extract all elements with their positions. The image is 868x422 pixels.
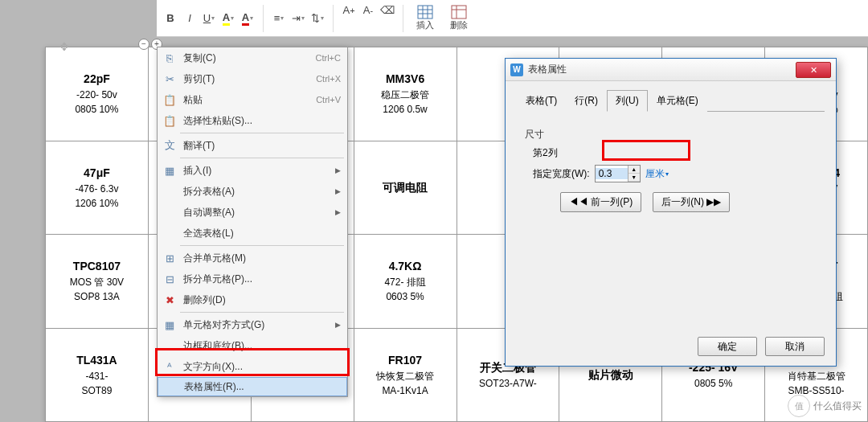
ctx-cut[interactable]: ✂剪切(T)Ctrl+X — [158, 68, 347, 89]
zoom-out-button[interactable]: − — [138, 39, 149, 50]
spacing-button[interactable]: ⇅▾ — [309, 10, 326, 27]
table-cell[interactable]: FR107快恢复二极管MA-1Kv1A — [354, 328, 457, 422]
merge-icon: ⊞ — [162, 251, 177, 265]
app-icon: W — [510, 64, 523, 76]
dialog-tabs: 表格(T) 行(R) 列(U) 单元格(E) — [517, 89, 825, 112]
grid-icon: ▦ — [162, 163, 177, 178]
ribbon: B I U▾ A▾ A▾ ≡▾ ⇥▾ ⇅▾ A+ A- ⌫ 插入 删除 — [157, 0, 868, 37]
table-cell[interactable]: TL431A-431-SOT89 — [46, 328, 149, 422]
align-icon: ▦ — [162, 318, 177, 332]
ctx-copy[interactable]: ⎘复制(C)Ctrl+C — [158, 47, 347, 68]
watermark-icon: 值 — [788, 395, 810, 417]
ctx-align[interactable]: ▦单元格对齐方式(G)▶ — [158, 314, 347, 335]
table-cell[interactable]: TPC8107MOS 管 30VSOP8 13A — [46, 235, 149, 329]
paste-icon: 📋 — [162, 92, 177, 107]
dialog-title: 表格属性 — [528, 63, 796, 76]
size-label: 尺寸 — [525, 128, 817, 141]
ctx-delete-col[interactable]: ✖删除列(D) — [158, 289, 347, 310]
table-cell[interactable]: 4.7KΩ472- 排阻0603 5% — [354, 235, 457, 329]
clear-format-button[interactable]: ⌫ — [379, 2, 396, 19]
spin-up[interactable]: ▲ — [628, 166, 640, 174]
width-spinner[interactable]: ▲▼ — [595, 165, 641, 182]
delete-col-icon: ✖ — [162, 293, 177, 307]
ctx-table-props[interactable]: 表格属性(R)... — [158, 377, 347, 396]
paste-special-icon: 📋 — [162, 113, 177, 128]
cancel-button[interactable]: 取消 — [765, 337, 825, 356]
ctx-merge[interactable]: ⊞合并单元格(M) — [158, 248, 347, 268]
spin-down[interactable]: ▼ — [628, 174, 640, 182]
table-anchor-icon[interactable]: ✥ — [59, 40, 69, 53]
split-icon: ⊟ — [162, 272, 177, 286]
watermark: 值 什么值得买 — [788, 395, 862, 417]
close-button[interactable]: ✕ — [796, 62, 831, 78]
font-color-button[interactable]: A▾ — [239, 10, 256, 27]
ctx-special-paste[interactable]: 📋选择性粘贴(S)... — [158, 110, 347, 131]
ctx-text-dir[interactable]: ᴬ文字方向(X)... — [158, 356, 347, 377]
tab-column[interactable]: 列(U) — [607, 90, 648, 112]
ctx-border[interactable]: 边框和底纹(B)... — [158, 335, 347, 356]
tab-table[interactable]: 表格(T) — [517, 90, 566, 112]
textdir-icon: ᴬ — [162, 359, 177, 374]
unit-select[interactable]: 厘米▾ — [645, 167, 669, 181]
ctx-split-cell[interactable]: ⊟拆分单元格(P)... — [158, 268, 347, 289]
prev-col-button[interactable]: ◀◀ 前一列(P) — [560, 192, 641, 212]
font-grow-button[interactable]: A+ — [340, 2, 358, 19]
table-delete-button[interactable]: 删除 — [444, 5, 474, 31]
ctx-translate[interactable]: 文翻译(T) — [158, 135, 347, 156]
ctx-paste[interactable]: 📋粘贴Ctrl+V — [158, 89, 347, 110]
svg-rect-0 — [418, 6, 432, 18]
table-props-dialog: W 表格属性 ✕ 表格(T) 行(R) 列(U) 单元格(E) 尺寸 第2列 指… — [505, 58, 837, 367]
table-cell[interactable]: 22pF-220- 50v0805 10% — [46, 47, 149, 141]
dialog-titlebar[interactable]: W 表格属性 ✕ — [506, 59, 836, 81]
table-cell[interactable]: 47μF-476- 6.3v1206 10% — [46, 141, 149, 235]
align-button[interactable]: ≡▾ — [270, 10, 288, 27]
next-col-button[interactable]: 后一列(N) ▶▶ — [653, 192, 730, 212]
highlight-button[interactable]: A▾ — [219, 10, 237, 27]
svg-rect-5 — [452, 6, 466, 18]
translate-icon: 文 — [162, 138, 177, 153]
ctx-autofit[interactable]: 自动调整(A)▶ — [158, 202, 347, 223]
cut-icon: ✂ — [162, 72, 177, 86]
column-number-label: 第2列 — [533, 146, 558, 160]
width-label: 指定宽度(W): — [533, 167, 590, 181]
width-input[interactable] — [596, 168, 628, 179]
ctx-select-all[interactable]: 全选表格(L) — [158, 223, 347, 244]
table-cell[interactable]: MM3V6稳压二极管1206 0.5w — [354, 47, 457, 141]
italic-button[interactable]: I — [181, 10, 199, 27]
ctx-split-table[interactable]: 拆分表格(A)▶ — [158, 181, 347, 202]
tab-cell[interactable]: 单元格(E) — [648, 90, 707, 112]
tab-row[interactable]: 行(R) — [566, 90, 607, 112]
table-insert-button[interactable]: 插入 — [410, 5, 440, 31]
bold-button[interactable]: B — [162, 10, 179, 27]
font-shrink-button[interactable]: A- — [359, 2, 377, 19]
indent-button[interactable]: ⇥▾ — [289, 10, 307, 27]
context-menu: ⎘复制(C)Ctrl+C ✂剪切(T)Ctrl+X 📋粘贴Ctrl+V 📋选择性… — [157, 47, 348, 397]
ok-button[interactable]: 确定 — [698, 337, 757, 356]
underline-button[interactable]: U▾ — [200, 10, 218, 27]
copy-icon: ⎘ — [162, 51, 177, 65]
table-cell[interactable]: 可调电阻 — [354, 141, 457, 235]
ctx-insert[interactable]: ▦插入(I)▶ — [158, 160, 347, 181]
